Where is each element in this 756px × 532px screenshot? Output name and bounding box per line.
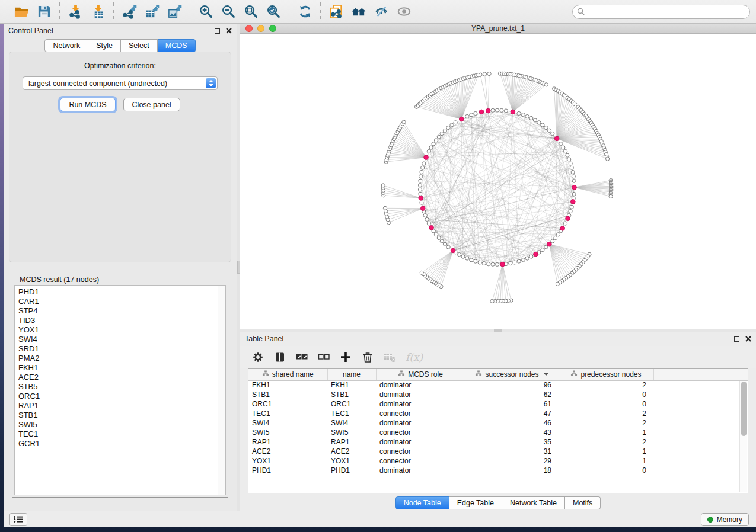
tab-edge-table[interactable]: Edge Table	[449, 496, 502, 509]
export-network-icon[interactable]	[121, 4, 138, 20]
table-row[interactable]: RAP1RAP1dominator352	[248, 437, 748, 447]
add-icon[interactable]	[340, 351, 352, 363]
table-row[interactable]: ORC1ORC1dominator610	[248, 399, 748, 409]
zoom-out-icon[interactable]	[220, 4, 237, 20]
cell-empty[interactable]	[653, 390, 748, 399]
cell-successors[interactable]: 47	[465, 409, 559, 418]
horizontal-splitter[interactable]	[240, 329, 756, 332]
table-row[interactable]: ACE2ACE2connector311	[248, 447, 748, 456]
cell-role[interactable]: connector	[376, 456, 465, 466]
cell-role[interactable]: connector	[376, 428, 465, 437]
tab-mcds[interactable]: MCDS	[158, 39, 196, 52]
cell-empty[interactable]	[653, 428, 748, 437]
cell-predecessors[interactable]: 1	[559, 428, 653, 437]
cell-empty[interactable]	[653, 447, 748, 456]
float-panel-icon[interactable]	[734, 336, 739, 342]
export-image-icon[interactable]	[166, 4, 183, 20]
tab-network-table[interactable]: Network Table	[502, 496, 565, 509]
split-column-icon[interactable]	[274, 351, 286, 363]
cell-predecessors[interactable]: 2	[559, 409, 653, 418]
cell-shared[interactable]: SWI4	[248, 418, 327, 428]
cell-shared[interactable]: PHD1	[248, 466, 327, 475]
first-neighbors-icon[interactable]	[350, 4, 367, 20]
table-row[interactable]: STB1STB1dominator620	[248, 390, 748, 399]
cell-name[interactable]: RAP1	[327, 437, 376, 447]
save-session-icon[interactable]	[36, 4, 52, 20]
table-row[interactable]: SWI5SWI5connector431	[248, 428, 748, 437]
cell-predecessors[interactable]: 0	[559, 399, 653, 409]
result-node[interactable]: PHD1	[18, 287, 225, 297]
tab-select[interactable]: Select	[121, 39, 158, 52]
cell-successors[interactable]: 43	[465, 428, 559, 437]
export-table-icon[interactable]	[143, 4, 160, 20]
result-node[interactable]: STP4	[18, 306, 225, 316]
tab-node-table[interactable]: Node Table	[395, 496, 449, 509]
cell-shared[interactable]: FKH1	[248, 380, 327, 390]
cell-predecessors[interactable]: 2	[559, 437, 653, 447]
tab-style[interactable]: Style	[88, 39, 121, 52]
table-row[interactable]: PHD1PHD1dominator180	[248, 466, 748, 475]
result-scrollbar[interactable]	[218, 286, 225, 495]
result-node[interactable]: ORC1	[18, 392, 225, 401]
cell-empty[interactable]	[653, 380, 748, 390]
cell-predecessors[interactable]: 1	[559, 456, 653, 466]
cell-name[interactable]: YOX1	[327, 456, 376, 466]
tab-network[interactable]: Network	[44, 39, 88, 52]
zoom-selected-icon[interactable]	[265, 4, 282, 20]
cell-shared[interactable]: SWI5	[248, 428, 327, 437]
refresh-icon[interactable]	[296, 4, 313, 20]
scrollbar-thumb[interactable]	[741, 382, 747, 436]
result-node[interactable]: CAR1	[18, 297, 225, 306]
float-panel-icon[interactable]	[215, 28, 220, 34]
cell-name[interactable]: FKH1	[327, 380, 376, 390]
result-node[interactable]: FKH1	[18, 363, 225, 373]
zoom-fit-icon[interactable]	[243, 4, 259, 20]
result-node[interactable]: GCR1	[18, 439, 225, 448]
table-row[interactable]: SWI4SWI4dominator462	[248, 418, 748, 428]
result-node[interactable]: RAP1	[18, 401, 225, 411]
result-node[interactable]: YOX1	[18, 325, 225, 335]
cell-successors[interactable]: 35	[465, 437, 559, 447]
memory-button[interactable]: Memory	[701, 513, 749, 526]
cell-shared[interactable]: ACE2	[248, 447, 327, 456]
cell-name[interactable]: PHD1	[327, 466, 376, 475]
gear-icon[interactable]	[252, 351, 264, 363]
cell-empty[interactable]	[653, 399, 748, 409]
cell-predecessors[interactable]: 0	[559, 466, 653, 475]
clone-network-icon[interactable]	[328, 4, 344, 20]
cell-empty[interactable]	[653, 456, 748, 466]
cell-predecessors[interactable]: 0	[559, 390, 653, 399]
column-header-name[interactable]: name	[327, 369, 376, 380]
cell-successors[interactable]: 18	[465, 466, 559, 475]
cell-successors[interactable]: 29	[465, 456, 559, 466]
result-node[interactable]: PMA2	[18, 354, 225, 363]
cell-successors[interactable]: 31	[465, 447, 559, 456]
cell-name[interactable]: ORC1	[327, 399, 376, 409]
cell-successors[interactable]: 62	[465, 390, 559, 399]
cell-shared[interactable]: RAP1	[248, 437, 327, 447]
close-panel-button[interactable]: Close panel	[123, 98, 180, 111]
cell-name[interactable]: SWI5	[327, 428, 376, 437]
cell-name[interactable]: ACE2	[327, 447, 376, 456]
column-header-shared-name[interactable]: shared name	[248, 369, 327, 380]
close-panel-icon[interactable]	[745, 336, 751, 342]
chevron-down-icon[interactable]	[544, 373, 548, 376]
run-mcds-button[interactable]: Run MCDS	[60, 98, 115, 111]
table-row[interactable]: TEC1TEC1connector472	[248, 409, 748, 418]
splitter-handle[interactable]	[494, 329, 502, 332]
cell-predecessors[interactable]: 1	[559, 447, 653, 456]
hide-selected-icon[interactable]	[373, 4, 390, 20]
result-node[interactable]: TID3	[18, 316, 225, 325]
result-node[interactable]: SRD1	[18, 344, 225, 354]
cell-shared[interactable]: YOX1	[248, 456, 327, 466]
result-node[interactable]: SWI4	[18, 335, 225, 344]
cell-role[interactable]: dominator	[376, 399, 465, 409]
cell-predecessors[interactable]: 2	[559, 418, 653, 428]
column-header-predecessor-nodes[interactable]: predecessor nodes	[559, 369, 653, 380]
cell-empty[interactable]	[653, 466, 748, 475]
result-node[interactable]: ACE2	[18, 373, 225, 382]
cell-name[interactable]: STB1	[327, 390, 376, 399]
cell-role[interactable]: connector	[376, 409, 465, 418]
select-all-icon[interactable]	[296, 351, 308, 363]
cell-predecessors[interactable]: 2	[559, 380, 653, 390]
